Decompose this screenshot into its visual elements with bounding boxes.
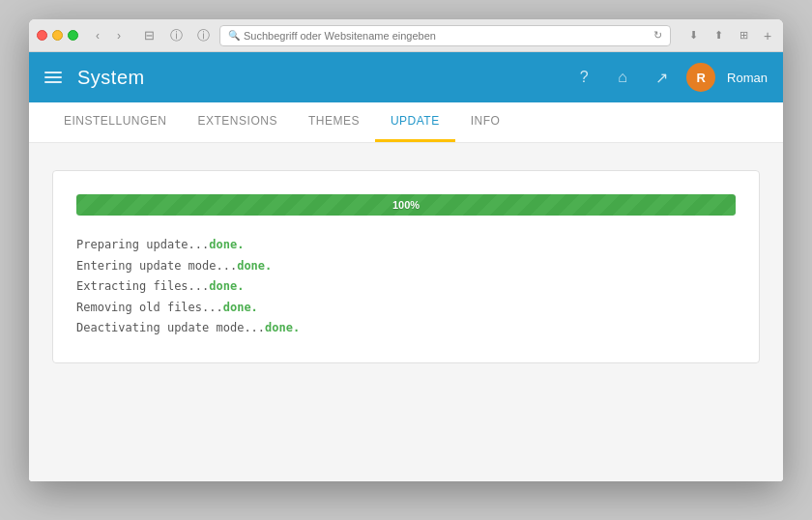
- minimize-button[interactable]: [52, 30, 63, 41]
- log-line-1: Preparing update...done.: [76, 235, 736, 256]
- main-content: 100% Preparing update...done. Entering u…: [29, 143, 783, 481]
- home-icon-button[interactable]: ⌂: [609, 64, 636, 91]
- update-panel: 100% Preparing update...done. Entering u…: [52, 170, 760, 363]
- search-icon: 🔍: [228, 30, 240, 41]
- app-topbar: System ? ⌂ ↗ R Roman: [29, 52, 783, 102]
- browser-window: ‹ › ⊟ ⓘ ⓘ 🔍 ↻ ⬇ ⬆ ⊞ + Sys: [29, 19, 783, 481]
- log-done-2: done.: [237, 256, 272, 277]
- external-icon-button[interactable]: ↗: [648, 64, 675, 91]
- tab-einstellungen[interactable]: EINSTELLUNGEN: [48, 101, 183, 142]
- log-line-3: Extracting files...done.: [76, 276, 736, 298]
- log-line-2: Entering update mode...done.: [76, 256, 736, 277]
- progress-bar-container: 100%: [76, 194, 736, 216]
- progress-label: 100%: [392, 199, 420, 211]
- reader-button[interactable]: ⓘ: [165, 25, 187, 46]
- add-tab-button[interactable]: +: [760, 28, 775, 43]
- topbar-left: System: [44, 67, 145, 89]
- log-done-1: done.: [209, 235, 244, 256]
- sidebar-toggle-button[interactable]: ⊟: [138, 25, 160, 46]
- user-avatar[interactable]: R: [686, 63, 715, 92]
- hamburger-icon[interactable]: [44, 72, 62, 83]
- app-title: System: [77, 67, 145, 89]
- topbar-right: ? ⌂ ↗ R Roman: [570, 63, 768, 92]
- help-icon-button[interactable]: ?: [570, 64, 597, 91]
- share-icon-button[interactable]: ⬆: [708, 25, 729, 46]
- tab-navigation: EINSTELLUNGEN EXTENSIONS THEMES UPDATE I…: [29, 102, 783, 143]
- nav-buttons: ‹ ›: [88, 26, 129, 45]
- zoom-icon-button[interactable]: ⊞: [733, 25, 754, 46]
- app-content: System ? ⌂ ↗ R Roman EINSTELLUNGEN EXTEN…: [29, 52, 783, 481]
- log-text-2: Entering update mode...: [76, 256, 237, 277]
- log-text-3: Extracting files...: [76, 276, 209, 298]
- log-text-4: Removing old files...: [76, 298, 223, 319]
- tab-themes[interactable]: THEMES: [293, 101, 375, 142]
- share-button2[interactable]: ⓘ: [192, 25, 214, 46]
- download-icon-button[interactable]: ⬇: [682, 25, 704, 46]
- back-button[interactable]: ‹: [88, 26, 107, 45]
- log-done-3: done.: [209, 276, 244, 298]
- forward-button[interactable]: ›: [109, 26, 129, 45]
- tab-info[interactable]: INFO: [455, 101, 516, 142]
- traffic-lights: [37, 30, 78, 41]
- log-line-5: Deactivating update mode...done.: [76, 318, 736, 339]
- address-bar-container: 🔍 ↻: [219, 25, 671, 46]
- tab-update[interactable]: UPDATE: [375, 101, 455, 142]
- reload-button[interactable]: ↻: [653, 29, 662, 42]
- close-button[interactable]: [37, 30, 47, 41]
- log-done-5: done.: [265, 318, 300, 339]
- maximize-button[interactable]: [68, 30, 78, 41]
- log-text-5: Deactivating update mode...: [76, 318, 265, 339]
- tab-extensions[interactable]: EXTENSIONS: [183, 101, 293, 142]
- log-text-1: Preparing update...: [76, 235, 209, 256]
- user-name[interactable]: Roman: [727, 71, 768, 85]
- browser-titlebar: ‹ › ⊟ ⓘ ⓘ 🔍 ↻ ⬇ ⬆ ⊞ +: [29, 19, 783, 52]
- browser-actions: ⬇ ⬆ ⊞: [682, 25, 754, 46]
- log-line-4: Removing old files...done.: [76, 298, 736, 319]
- address-input[interactable]: [244, 30, 650, 42]
- log-done-4: done.: [223, 298, 258, 319]
- log-output: Preparing update...done. Entering update…: [76, 235, 736, 339]
